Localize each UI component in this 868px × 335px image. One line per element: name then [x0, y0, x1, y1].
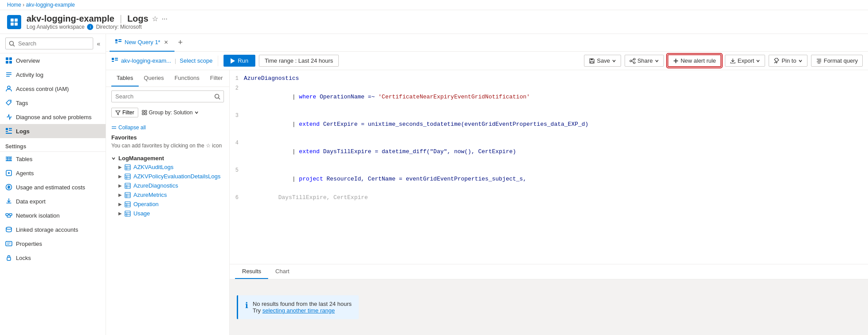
save-button[interactable]: Save — [584, 55, 621, 67]
tab-tables[interactable]: Tables — [111, 70, 139, 87]
breadcrumb: Home › akv-logging-example — [0, 0, 868, 10]
sidebar-item-tables[interactable]: Tables — [0, 152, 106, 166]
favorites-title: Favorites — [111, 134, 224, 141]
main-layout: « Overview Activity log Access control — [0, 34, 868, 335]
svg-line-5 — [13, 45, 15, 46]
no-results-link[interactable]: selecting another time range — [262, 307, 335, 314]
svg-point-4 — [10, 41, 14, 45]
expand-icon: ▶ — [118, 174, 122, 179]
sidebar-item-data-export[interactable]: Data export — [0, 194, 106, 208]
sidebar-item-locks[interactable]: Locks — [0, 251, 106, 265]
sidebar-item-tags[interactable]: Tags — [0, 96, 106, 110]
svg-rect-75 — [125, 174, 130, 179]
time-range-button[interactable]: Time range : Last 24 hours — [259, 55, 339, 67]
table-item-operation[interactable]: ▶ Operation — [111, 199, 224, 209]
svg-rect-68 — [145, 113, 147, 115]
sidebar-item-label: Tags — [16, 100, 28, 106]
filter-button[interactable]: Filter — [111, 108, 138, 117]
export-icon — [730, 58, 736, 64]
toolbar: akv-logging-exam... | Select scope Run T… — [106, 52, 868, 70]
tab-queries[interactable]: Queries — [139, 70, 170, 87]
breadcrumb-home[interactable]: Home — [7, 2, 21, 8]
resource-type-label: Log Analytics workspace — [27, 24, 84, 30]
svg-point-62 — [215, 94, 219, 98]
svg-point-13 — [8, 86, 10, 89]
info-icon[interactable]: i — [87, 24, 93, 30]
sidebar-item-label: Logs — [16, 128, 30, 135]
more-options-icon[interactable]: ··· — [162, 15, 167, 23]
scope-label[interactable]: akv-logging-exam... — [121, 57, 171, 64]
select-scope-button[interactable]: Select scope — [180, 57, 212, 64]
split-pane: Tables Queries Functions Filter » Filt — [106, 70, 868, 335]
content-area: New Query 1* ✕ + akv-logging-exam... | S… — [106, 34, 868, 335]
pin-to-button[interactable]: Pin to — [769, 55, 807, 67]
tab-filter[interactable]: Filter — [205, 70, 228, 87]
sidebar-item-properties[interactable]: Properties — [0, 237, 106, 251]
table-item-azure-metrics[interactable]: ▶ AzureMetrics — [111, 190, 224, 199]
table-item-usage[interactable]: ▶ Usage — [111, 209, 224, 218]
scope-icon — [111, 57, 118, 64]
editor-area[interactable]: 1 AzureDiagnostics 2 | where OperationNa… — [230, 70, 868, 264]
sidebar-item-label: Overview — [16, 57, 40, 64]
new-alert-rule-button[interactable]: New alert rule — [667, 54, 721, 67]
usage-costs-icon — [5, 184, 12, 191]
table-group-header[interactable]: LogManagement — [111, 154, 224, 162]
diagnose-icon — [5, 113, 12, 120]
format-query-button[interactable]: Format query — [811, 55, 863, 67]
export-button[interactable]: Export — [725, 55, 766, 67]
editor-line-5: 5 | project ResourceId, CertName = event… — [230, 166, 868, 193]
left-panel-filters: Filter Group by: Solution — [106, 106, 229, 121]
collapse-all-button[interactable]: Collapse all — [111, 124, 146, 131]
sidebar-search-input[interactable] — [5, 38, 93, 49]
svg-rect-1 — [15, 19, 18, 22]
tab-close-button[interactable]: ✕ — [163, 39, 169, 45]
iam-icon — [5, 85, 12, 92]
sidebar-collapse-button[interactable]: « — [95, 38, 102, 49]
export-chevron-icon — [756, 59, 760, 63]
breadcrumb-resource[interactable]: akv-logging-example — [26, 2, 75, 8]
table-icon — [125, 211, 131, 217]
table-item-azkv-audit-logs[interactable]: ▶ AZKVAuditLogs — [111, 162, 224, 172]
sidebar-item-overview[interactable]: Overview — [0, 53, 106, 68]
data-export-icon — [5, 198, 12, 205]
svg-rect-9 — [9, 61, 12, 64]
table-name: AzureMetrics — [133, 192, 167, 198]
share-button[interactable]: Share — [625, 55, 664, 67]
sidebar-item-diagnose[interactable]: Diagnose and solve problems — [0, 110, 106, 124]
run-button[interactable]: Run — [224, 55, 255, 67]
table-icon — [125, 183, 131, 189]
results-tab-chart[interactable]: Chart — [268, 264, 296, 279]
sidebar-item-label: Network isolation — [16, 212, 60, 219]
sidebar-item-linked-storage[interactable]: Linked storage accounts — [0, 222, 106, 237]
svg-rect-3 — [15, 23, 18, 26]
svg-rect-42 — [118, 41, 121, 42]
svg-rect-83 — [125, 192, 130, 198]
pin-chevron-icon — [798, 59, 803, 63]
results-tab-results[interactable]: Results — [235, 264, 268, 279]
right-panel: 1 AzureDiagnostics 2 | where OperationNa… — [230, 70, 868, 335]
svg-rect-7 — [9, 57, 12, 60]
network-isolation-icon — [5, 212, 12, 219]
sidebar-item-label: Access control (IAM) — [16, 86, 69, 92]
sidebar-item-logs[interactable]: Logs — [0, 124, 106, 138]
sidebar-item-network-isolation[interactable]: Network isolation — [0, 208, 106, 222]
svg-rect-2 — [11, 23, 14, 26]
tab-add-button[interactable]: + — [174, 38, 186, 47]
group-by-button[interactable]: Group by: Solution — [142, 109, 199, 116]
svg-rect-49 — [591, 59, 593, 60]
left-panel-search-input[interactable] — [111, 90, 224, 102]
tab-new-query-1[interactable]: New Query 1* ✕ — [110, 34, 174, 52]
table-item-azkv-policy[interactable]: ▶ AZKVPolicyEvaluationDetailsLogs — [111, 172, 224, 181]
group-by-icon — [142, 110, 147, 115]
favorite-star-icon[interactable]: ☆ — [152, 15, 158, 23]
sidebar-item-agents[interactable]: Agents — [0, 166, 106, 180]
sidebar-item-iam[interactable]: Access control (IAM) — [0, 82, 106, 96]
settings-section-title: Settings — [0, 138, 106, 151]
table-item-azure-diagnostics[interactable]: ▶ AzureDiagnostics — [111, 181, 224, 190]
tab-functions[interactable]: Functions — [169, 70, 205, 87]
app-subtitle: Logs — [127, 14, 148, 24]
sidebar-item-activity-log[interactable]: Activity log — [0, 68, 106, 82]
table-group-logmanagement: LogManagement ▶ AZKVAuditLogs ▶ AZKVPoli… — [111, 154, 224, 218]
sidebar-item-usage-costs[interactable]: Usage and estimated costs — [0, 180, 106, 194]
filter-icon — [115, 110, 121, 115]
